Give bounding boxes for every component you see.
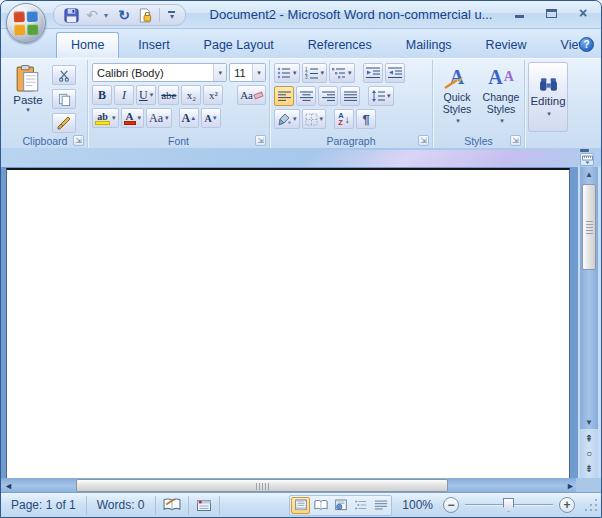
outline-view-button[interactable]	[351, 497, 370, 514]
change-styles-button[interactable]: A A Change Styles ▾	[480, 62, 522, 128]
justify-button[interactable]	[340, 86, 360, 106]
numbering-dropdown-icon[interactable]: ▾	[321, 69, 325, 77]
tab-home[interactable]: Home	[56, 32, 119, 58]
font-color-button[interactable]: A ▾	[121, 108, 145, 128]
macro-record-button[interactable]	[189, 496, 220, 515]
scroll-up-button[interactable]: ▲	[581, 167, 597, 181]
maximize-button[interactable]	[543, 6, 559, 20]
cut-button[interactable]	[52, 65, 76, 85]
minimize-button[interactable]	[511, 6, 527, 20]
tab-insert[interactable]: Insert	[123, 32, 184, 58]
quick-styles-button[interactable]: A Quick Styles ▾	[436, 62, 478, 128]
sort-button[interactable]: A Z ↓	[334, 109, 354, 129]
editing-button[interactable]: Editing ▾	[528, 62, 568, 132]
bullets-dropdown-icon[interactable]: ▾	[293, 69, 297, 77]
vertical-scroll-track[interactable]	[581, 181, 597, 415]
font-size-combo[interactable]: 11 ▾	[229, 63, 266, 82]
office-button[interactable]	[6, 3, 46, 43]
text-highlight-button[interactable]: ab ▾	[92, 108, 119, 128]
zoom-in-button[interactable]: +	[559, 497, 575, 513]
ribbon-tab-strip: Home Insert Page Layout References Maili…	[1, 29, 601, 58]
zoom-slider-thumb[interactable]	[503, 498, 514, 512]
multilevel-list-button[interactable]: ▾	[329, 63, 355, 83]
paste-button[interactable]: Paste ▾	[7, 63, 49, 130]
zoom-slider[interactable]	[465, 497, 553, 513]
print-layout-view-button[interactable]	[291, 497, 310, 514]
proofing-status-button[interactable]	[156, 496, 189, 515]
help-icon[interactable]: ?	[579, 37, 594, 52]
bullets-button[interactable]: ▾	[274, 63, 300, 83]
italic-button[interactable]: I	[114, 85, 134, 105]
superscript-button[interactable]: x²	[203, 85, 223, 105]
tab-mailings[interactable]: Mailings	[391, 32, 467, 58]
change-case-dropdown-icon[interactable]: ▾	[165, 114, 169, 122]
paragraph-dialog-launcher[interactable]: ⇲	[418, 135, 429, 146]
strikethrough-button[interactable]: abe	[158, 85, 179, 105]
undo-icon[interactable]: ↶	[83, 6, 101, 24]
document-page[interactable]	[6, 168, 570, 478]
tab-review[interactable]: Review	[471, 32, 542, 58]
permissions-icon[interactable]	[136, 6, 154, 24]
numbering-button[interactable]: 123 ▾	[302, 63, 328, 83]
page-indicator[interactable]: Page: 1 of 1	[1, 496, 87, 515]
split-handle[interactable]	[580, 149, 589, 152]
scroll-left-button[interactable]: ◄	[1, 479, 16, 493]
zoom-out-button[interactable]: −	[443, 497, 459, 513]
scroll-down-button[interactable]: ▼	[581, 415, 597, 429]
styles-dialog-launcher[interactable]: ⇲	[510, 135, 521, 146]
zoom-level[interactable]: 100%	[402, 498, 433, 512]
tab-page-layout[interactable]: Page Layout	[189, 32, 289, 58]
view-ruler-button[interactable]	[580, 153, 594, 166]
grow-font-button[interactable]: A▲	[179, 108, 200, 128]
shrink-font-button[interactable]: A▼	[201, 108, 221, 128]
vertical-scroll-thumb[interactable]	[582, 184, 596, 270]
font-size-dropdown-icon[interactable]: ▾	[252, 64, 265, 81]
horizontal-scroll-thumb[interactable]	[76, 479, 448, 492]
proofing-book-icon	[163, 498, 181, 512]
group-clipboard: Paste ▾	[3, 60, 88, 148]
increase-indent-button[interactable]	[385, 63, 405, 83]
word-count[interactable]: Words: 0	[87, 496, 156, 515]
align-right-button[interactable]	[318, 86, 338, 106]
next-page-button[interactable]: ⇟	[581, 461, 597, 476]
clipboard-dialog-launcher[interactable]: ⇲	[73, 135, 84, 146]
undo-dropdown-icon[interactable]: ▾	[104, 11, 112, 20]
font-name-combo[interactable]: Calibri (Body) ▾	[92, 63, 227, 82]
web-layout-view-button[interactable]	[331, 497, 350, 514]
underline-dropdown-icon[interactable]: ▾	[150, 91, 154, 99]
borders-dropdown-icon[interactable]: ▾	[320, 115, 324, 123]
line-spacing-dropdown-icon[interactable]: ▾	[387, 92, 391, 100]
font-name-dropdown-icon[interactable]: ▾	[213, 64, 226, 81]
format-painter-button[interactable]	[52, 113, 76, 133]
shading-dropdown-icon[interactable]: ▾	[293, 115, 297, 123]
subscript-button[interactable]: x₂	[181, 85, 201, 105]
multilevel-dropdown-icon[interactable]: ▾	[348, 69, 352, 77]
draft-view-button[interactable]	[371, 497, 390, 514]
previous-page-button[interactable]: ⇞	[581, 431, 597, 446]
copy-button[interactable]	[52, 89, 76, 109]
change-case-button[interactable]: Aa ▾	[146, 108, 172, 128]
full-screen-reading-view-button[interactable]	[311, 497, 330, 514]
align-center-button[interactable]	[296, 86, 316, 106]
tab-references[interactable]: References	[293, 32, 387, 58]
font-color-dropdown-icon[interactable]: ▾	[138, 114, 142, 122]
save-icon[interactable]	[62, 6, 80, 24]
borders-button[interactable]: ▾	[302, 109, 327, 129]
shading-button[interactable]: ▾	[274, 109, 300, 129]
highlight-dropdown-icon[interactable]: ▾	[112, 114, 116, 122]
show-hide-button[interactable]: ¶	[356, 109, 376, 129]
close-button[interactable]: ×	[575, 6, 591, 20]
redo-icon[interactable]: ↻	[115, 6, 133, 24]
line-spacing-button[interactable]: ▾	[368, 86, 394, 106]
bold-button[interactable]: B	[92, 85, 112, 105]
underline-button[interactable]: U ▾	[136, 85, 156, 105]
customize-qat-icon[interactable]: ▾	[165, 11, 177, 19]
clear-formatting-button[interactable]: Aa	[237, 85, 266, 105]
select-browse-object-button[interactable]: ○	[581, 446, 597, 461]
quick-styles-label: Quick Styles	[437, 91, 477, 115]
decrease-indent-button[interactable]	[363, 63, 383, 83]
font-dialog-launcher[interactable]: ⇲	[255, 135, 266, 146]
align-left-button[interactable]	[274, 86, 294, 106]
paste-dropdown-icon[interactable]: ▾	[26, 106, 30, 114]
resize-grip[interactable]	[583, 497, 599, 513]
